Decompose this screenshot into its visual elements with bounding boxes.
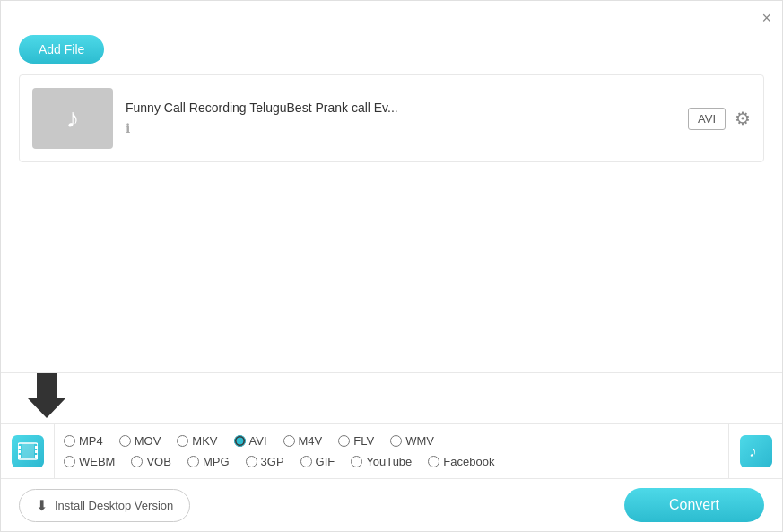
format-label-facebook: Facebook — [443, 455, 494, 468]
format-row-1: MP4MOVMKVAVIM4VFLVWMV — [64, 431, 719, 451]
file-info: Funny Call Recording TeluguBest Prank ca… — [126, 100, 675, 136]
format-radio-webm[interactable] — [64, 456, 75, 467]
format-radio-mov[interactable] — [119, 435, 131, 447]
toolbar: Add File — [1, 31, 782, 74]
svg-rect-8 — [22, 443, 34, 459]
format-radio-m4v[interactable] — [283, 435, 295, 447]
format-option-facebook[interactable]: Facebook — [428, 455, 494, 468]
settings-button[interactable]: ⚙ — [735, 108, 751, 129]
svg-text:♪: ♪ — [749, 442, 757, 460]
svg-marker-0 — [28, 373, 65, 418]
video-icon — [12, 435, 44, 467]
format-label-wmv: WMV — [405, 434, 434, 448]
action-bar: ⬇ Install Desktop Version Convert — [1, 479, 782, 531]
format-label-vob: VOB — [146, 455, 170, 468]
format-option-m4v[interactable]: M4V — [283, 434, 323, 448]
add-file-button[interactable]: Add File — [19, 35, 104, 64]
music-icon: ♪ — [66, 103, 80, 134]
format-option-wmv[interactable]: WMV — [390, 434, 434, 448]
format-label-m4v: M4V — [299, 434, 323, 448]
download-icon: ⬇ — [36, 497, 48, 514]
file-item: ♪ Funny Call Recording TeluguBest Prank … — [20, 75, 763, 161]
svg-rect-5 — [35, 446, 38, 449]
format-label-mp4: MP4 — [79, 434, 103, 448]
format-radio-wmv[interactable] — [390, 435, 402, 447]
close-button[interactable]: × — [761, 10, 771, 26]
format-option-mp4[interactable]: MP4 — [64, 434, 103, 448]
format-section: MP4MOVMKVAVIM4VFLVWMV WEBMVOBMPG3GPGIFYo… — [1, 372, 782, 531]
install-label: Install Desktop Version — [55, 499, 173, 512]
format-label-avi: AVI — [249, 434, 267, 448]
format-arrow-area — [1, 373, 782, 423]
convert-button[interactable]: Convert — [624, 488, 764, 522]
format-label-gif: GIF — [316, 455, 335, 468]
down-arrow-icon — [28, 373, 65, 418]
svg-rect-2 — [18, 446, 21, 449]
format-radio-mp4[interactable] — [64, 435, 75, 447]
file-thumbnail: ♪ — [32, 88, 113, 149]
format-badge[interactable]: AVI — [688, 108, 726, 130]
format-option-youtube[interactable]: YouTube — [351, 455, 412, 468]
format-option-mov[interactable]: MOV — [119, 434, 161, 448]
format-row-container: MP4MOVMKVAVIM4VFLVWMV WEBMVOBMPG3GPGIFYo… — [1, 423, 782, 479]
format-radio-facebook[interactable] — [428, 456, 439, 467]
format-radio-gif[interactable] — [300, 456, 312, 467]
audio-format-icon[interactable]: ♪ — [728, 424, 782, 478]
info-icon[interactable]: ℹ — [126, 121, 130, 135]
audio-icon: ♪ — [740, 435, 772, 467]
format-label-mpg: MPG — [203, 455, 230, 468]
format-option-avi[interactable]: AVI — [234, 434, 267, 448]
format-label-3gp: 3GP — [261, 455, 284, 468]
svg-rect-3 — [18, 450, 21, 453]
title-bar: × — [1, 1, 782, 31]
format-radio-mpg[interactable] — [187, 456, 199, 467]
video-format-icon[interactable] — [1, 424, 55, 478]
format-option-flv[interactable]: FLV — [338, 434, 374, 448]
format-label-youtube: YouTube — [366, 455, 412, 468]
format-option-webm[interactable]: WEBM — [64, 455, 115, 468]
file-actions: AVI ⚙ — [688, 108, 751, 130]
svg-rect-7 — [35, 455, 38, 458]
format-option-vob[interactable]: VOB — [131, 455, 170, 468]
format-label-flv: FLV — [353, 434, 374, 448]
format-label-mkv: MKV — [192, 434, 217, 448]
file-name: Funny Call Recording TeluguBest Prank ca… — [126, 100, 675, 115]
format-option-mpg[interactable]: MPG — [187, 455, 230, 468]
format-option-gif[interactable]: GIF — [300, 455, 335, 468]
format-radio-mkv[interactable] — [177, 435, 188, 447]
format-radio-avi[interactable] — [234, 435, 246, 447]
format-option-mkv[interactable]: MKV — [177, 434, 217, 448]
format-radio-3gp[interactable] — [246, 456, 257, 467]
content-area — [1, 162, 782, 342]
svg-rect-6 — [35, 450, 38, 453]
format-label-mov: MOV — [135, 434, 161, 448]
format-radio-vob[interactable] — [131, 456, 143, 467]
file-list: ♪ Funny Call Recording TeluguBest Prank … — [19, 74, 764, 162]
format-radio-youtube[interactable] — [351, 456, 362, 467]
format-label-webm: WEBM — [79, 455, 115, 468]
format-options: MP4MOVMKVAVIM4VFLVWMV WEBMVOBMPG3GPGIFYo… — [55, 425, 728, 477]
install-button[interactable]: ⬇ Install Desktop Version — [19, 489, 190, 522]
svg-rect-4 — [18, 455, 21, 458]
format-row-2: WEBMVOBMPG3GPGIFYouTubeFacebook — [64, 451, 719, 472]
format-option-3gp[interactable]: 3GP — [246, 455, 284, 468]
format-radio-flv[interactable] — [338, 435, 350, 447]
